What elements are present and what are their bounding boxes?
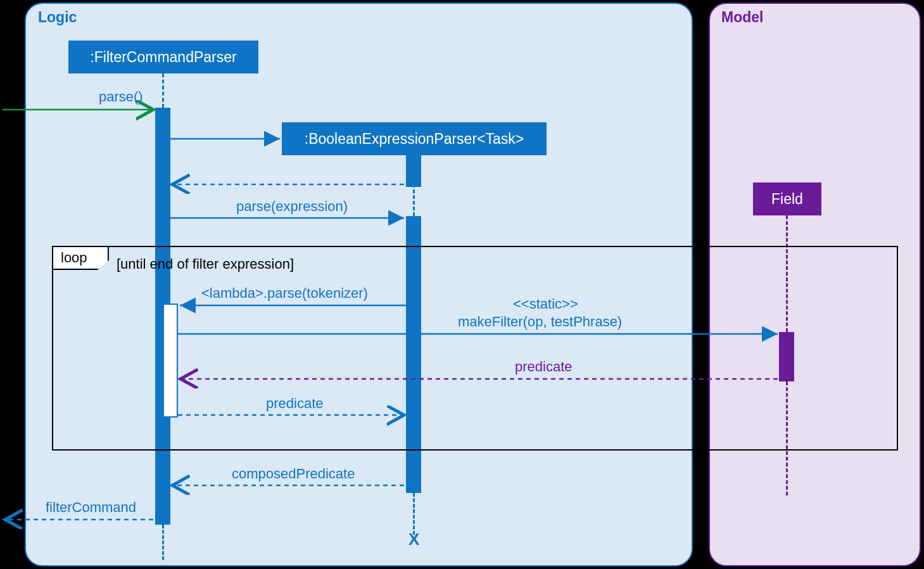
sequence-diagram: Logic Model :FilterCommandParser :Boolea… — [0, 0, 924, 569]
field-object: Field — [753, 182, 821, 215]
loop-tag-label: loop — [61, 250, 87, 265]
bool-parser-create-activation — [406, 155, 421, 187]
parse-label: parse() — [99, 89, 143, 105]
parse-expression-label: parse(expression) — [236, 198, 348, 215]
bool-parser-lifeline-bottom — [413, 493, 415, 535]
predicate-blue-label: predicate — [266, 395, 324, 412]
make-filter-label: makeFilter(op, testPhrase) — [458, 314, 622, 330]
filter-parser-lifeline-top — [162, 74, 164, 108]
static-stereotype-label: <<static>> — [513, 296, 578, 312]
filter-parser-lifeline-bottom — [162, 525, 164, 560]
composed-predicate-label: composedPredicate — [232, 466, 355, 482]
filter-command-label: filterCommand — [46, 499, 136, 516]
lambda-parse-label: <lambda>.parse(tokenizer) — [201, 285, 368, 302]
loop-guard-label: [until end of filter expression] — [117, 256, 294, 272]
logic-frame-label: Logic — [38, 9, 77, 26]
predicate-purple-label: predicate — [515, 359, 573, 375]
boolean-expression-parser-object: :BooleanExpressionParser<Task> — [282, 122, 547, 155]
filter-command-parser-object: :FilterCommandParser — [68, 41, 258, 74]
loop-fragment — [52, 246, 898, 451]
destroy-marker: X — [408, 530, 419, 549]
model-frame-label: Model — [721, 9, 763, 26]
loop-tag: loop — [52, 246, 109, 270]
